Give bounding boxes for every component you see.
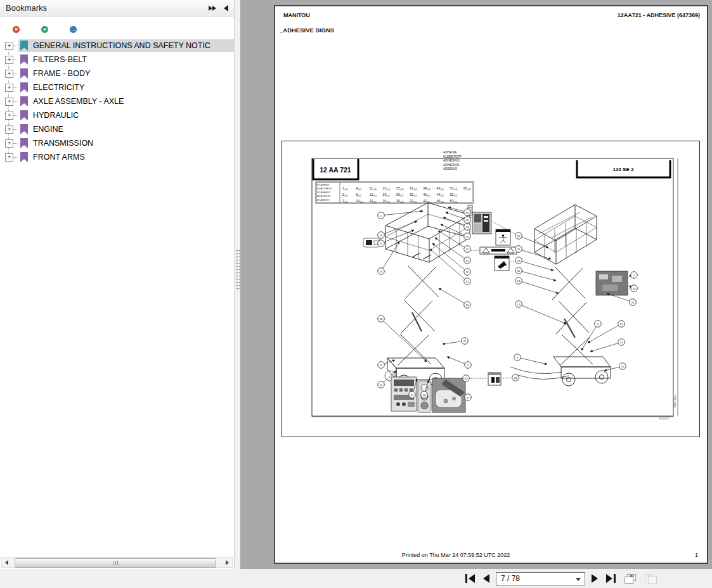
bookmark-flag-icon: [20, 124, 28, 134]
bookmark-item[interactable]: +GENERAL INSTRUCTIONS AND SAFETY NOTIC: [0, 39, 234, 53]
bookmark-item[interactable]: +HYDRAULIC: [0, 108, 234, 122]
bookmarks-toolbar: ✕ + →: [0, 16, 234, 41]
leader-line: [581, 324, 598, 350]
delete-badge-icon: ✕: [12, 25, 20, 34]
leader-line: [381, 221, 417, 235]
next-view-button[interactable]: [643, 572, 659, 585]
expand-toggle-icon[interactable]: +: [5, 98, 13, 106]
diagram-callout-number: 48: [380, 317, 383, 321]
kit-cell: 3(x1): [342, 199, 348, 203]
kit-cell: 23(x1): [383, 193, 391, 197]
kit-cell: 5(x2): [356, 193, 361, 197]
diagram-callout-number: 20: [621, 365, 625, 368]
parts-diagram: 12 AA 721 120 SE 2 ADHESIFKLEBSTOFFADHES…: [282, 141, 700, 437]
delete-bookmark-button[interactable]: ✕: [8, 20, 18, 33]
leader-line: [519, 281, 559, 293]
doc-footer-printed: Printed on Thu Mar 24 07:59:52 UTC 2022: [351, 552, 560, 558]
add-bookmark-button[interactable]: +: [36, 20, 46, 33]
diagram-callout-number: 11: [380, 364, 383, 367]
bookmark-flag-icon: [20, 110, 28, 120]
kit-cell: 53(x1): [450, 199, 458, 203]
scroll-left-button[interactable]: [2, 558, 11, 567]
splitter-grip-icon[interactable]: [236, 249, 240, 290]
diagram-callout-number: 31: [517, 248, 521, 251]
panel-options-icon[interactable]: [209, 6, 216, 11]
next-page-button[interactable]: [590, 573, 600, 584]
leader-line: [381, 211, 423, 215]
doc-page-number: 1: [695, 552, 698, 558]
expand-toggle-icon[interactable]: +: [5, 70, 13, 78]
expand-toggle-icon[interactable]: +: [5, 125, 13, 134]
expand-toggle-icon[interactable]: +: [5, 153, 13, 162]
kit-cell: 51(x2): [450, 186, 458, 191]
bookmark-flag-icon: [20, 68, 28, 79]
doc-subtitle: _ADHESIVE SIGNS: [280, 27, 334, 34]
kit-cell: 44(x1): [436, 193, 444, 197]
collapse-panel-icon[interactable]: [224, 5, 228, 11]
goto-bookmark-button[interactable]: →: [65, 20, 75, 33]
page-number-combobox[interactable]: 7 / 78: [496, 572, 585, 585]
diagram-callout-number: 46: [466, 211, 469, 214]
expand-toggle-icon[interactable]: +: [5, 112, 13, 120]
kit-cell: 2(x4): [342, 193, 348, 197]
scrollbar-thumb[interactable]: [15, 558, 216, 568]
diagram-callout-number: 25: [631, 301, 635, 304]
language-label: ADHESIVE: [443, 163, 460, 167]
bookmark-item[interactable]: +ELECTRICITY: [0, 80, 234, 94]
bookmark-label: ENGINE: [33, 125, 63, 134]
kit-label: KLEBSTOFF KIT: [317, 188, 332, 190]
bookmark-flag-icon: [20, 54, 28, 65]
kit-label: ADHESIVE KIT: [317, 195, 330, 198]
dropdown-caret-icon[interactable]: [576, 578, 581, 581]
language-label: KLEBSTOFF: [443, 155, 462, 158]
expand-toggle-icon[interactable]: +: [5, 84, 13, 92]
diagram-callout-number: 54: [465, 377, 468, 380]
kit-cell: 25(x2): [396, 186, 404, 191]
bookmark-item[interactable]: +TRANSMISSION: [0, 136, 234, 150]
bookmarks-panel-header: Bookmarks: [0, 0, 234, 16]
kit-cell: 41(x1): [423, 193, 430, 197]
scroll-right-button[interactable]: [223, 558, 232, 567]
diagram-callout-number: 51: [517, 279, 521, 283]
kit-cell: 34(x2): [423, 186, 430, 191]
bookmark-label: TRANSMISSION: [33, 139, 93, 148]
diagram-callout-number: 11: [466, 248, 469, 251]
diagram-callout-number: 16: [380, 234, 383, 237]
previous-view-button[interactable]: [622, 572, 638, 585]
language-label: ADESIVO: [443, 167, 457, 170]
diagram-callout-number: 24: [633, 287, 636, 290]
first-page-button[interactable]: [463, 573, 477, 584]
diagram-callout-number: 40: [423, 393, 426, 397]
expand-toggle-icon[interactable]: +: [5, 139, 13, 148]
doc-header-reference: 12AA721 - ADHESIVE (647369): [618, 12, 700, 18]
diagram-callout-number: 10: [517, 303, 521, 306]
bookmark-item[interactable]: +AXLE ASSEMBLY - AXLE: [0, 94, 234, 108]
diagram-callout-number: 12: [466, 280, 469, 283]
goto-badge-icon: →: [69, 25, 77, 34]
bookmark-item[interactable]: +FRONT ARMS: [0, 150, 234, 164]
right-lift-drawing: [510, 205, 611, 386]
previous-page-button[interactable]: [481, 573, 491, 584]
kit-cell: 33(x2): [410, 199, 417, 203]
panel-splitter[interactable]: [235, 0, 240, 569]
kit-label: KIT ADHESIVO: [317, 191, 331, 194]
last-page-button[interactable]: [604, 573, 618, 584]
bookmark-item[interactable]: +FRAME - BODY: [0, 67, 234, 80]
leader-line: [430, 249, 467, 281]
kit-cell: 1(x1): [342, 186, 348, 191]
bookmarks-panel: Bookmarks ✕ + → +GENERAL INSTRUCTI: [0, 0, 235, 569]
bookmark-label: ELECTRICITY: [33, 83, 84, 92]
bookmark-item[interactable]: +FILTERS-BELT: [0, 53, 234, 67]
parts-diagram-svg: 12 AA 721 120 SE 2 ADHESIFKLEBSTOFFADHES…: [282, 141, 699, 437]
diagram-callout-number: 50: [517, 234, 521, 238]
kit-cell: 4(x1): [356, 186, 361, 191]
bookmarks-horizontal-scrollbar[interactable]: [1, 557, 233, 568]
leader-line: [381, 319, 427, 362]
bookmark-label: FRONT ARMS: [33, 153, 85, 162]
expand-toggle-icon[interactable]: +: [5, 56, 13, 64]
diagram-callout-number: 30: [466, 304, 469, 307]
expand-toggle-icon[interactable]: +: [5, 42, 13, 50]
language-label: ADHESIVO: [443, 158, 460, 162]
bookmark-item[interactable]: +ENGINE: [0, 122, 234, 136]
diagram-ref-date: 01/11/72: [659, 417, 670, 420]
